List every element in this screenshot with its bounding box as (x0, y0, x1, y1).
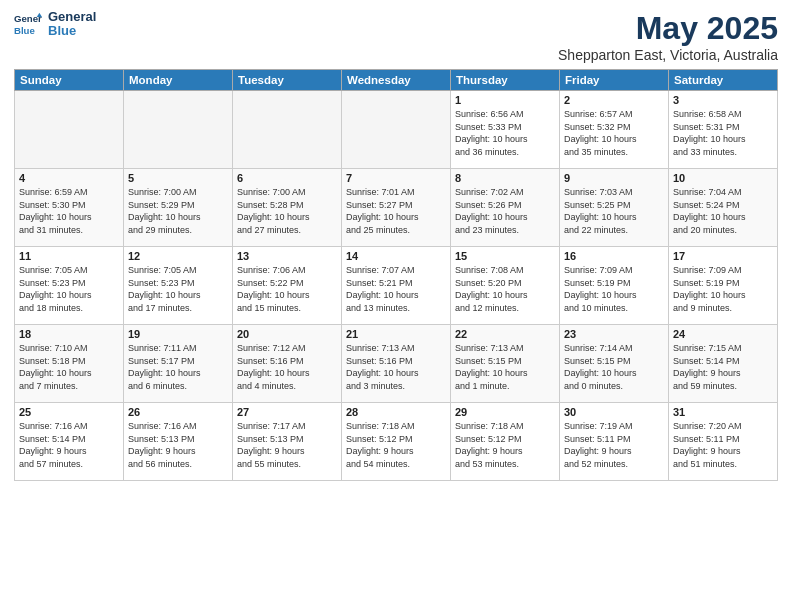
calendar-table: SundayMondayTuesdayWednesdayThursdayFrid… (14, 69, 778, 481)
day-number: 25 (19, 406, 119, 418)
logo-text-general: General (48, 10, 96, 24)
day-info: Sunrise: 7:20 AM Sunset: 5:11 PM Dayligh… (673, 420, 773, 470)
day-number: 22 (455, 328, 555, 340)
day-number: 14 (346, 250, 446, 262)
day-number: 8 (455, 172, 555, 184)
calendar-cell (124, 91, 233, 169)
day-info: Sunrise: 7:18 AM Sunset: 5:12 PM Dayligh… (346, 420, 446, 470)
day-info: Sunrise: 7:07 AM Sunset: 5:21 PM Dayligh… (346, 264, 446, 314)
calendar-cell (342, 91, 451, 169)
day-number: 19 (128, 328, 228, 340)
calendar-header-row: SundayMondayTuesdayWednesdayThursdayFrid… (15, 70, 778, 91)
calendar-cell: 12Sunrise: 7:05 AM Sunset: 5:23 PM Dayli… (124, 247, 233, 325)
col-header-saturday: Saturday (669, 70, 778, 91)
day-info: Sunrise: 6:58 AM Sunset: 5:31 PM Dayligh… (673, 108, 773, 158)
calendar-cell: 17Sunrise: 7:09 AM Sunset: 5:19 PM Dayli… (669, 247, 778, 325)
day-number: 12 (128, 250, 228, 262)
title-block: May 2025 Shepparton East, Victoria, Aust… (558, 10, 778, 63)
day-number: 3 (673, 94, 773, 106)
day-number: 10 (673, 172, 773, 184)
day-info: Sunrise: 7:05 AM Sunset: 5:23 PM Dayligh… (128, 264, 228, 314)
day-number: 13 (237, 250, 337, 262)
day-number: 4 (19, 172, 119, 184)
calendar-cell: 10Sunrise: 7:04 AM Sunset: 5:24 PM Dayli… (669, 169, 778, 247)
logo-icon: General Blue (14, 10, 42, 38)
week-row-2: 4Sunrise: 6:59 AM Sunset: 5:30 PM Daylig… (15, 169, 778, 247)
day-number: 9 (564, 172, 664, 184)
day-info: Sunrise: 7:05 AM Sunset: 5:23 PM Dayligh… (19, 264, 119, 314)
main-title: May 2025 (558, 10, 778, 47)
day-number: 27 (237, 406, 337, 418)
calendar-cell: 29Sunrise: 7:18 AM Sunset: 5:12 PM Dayli… (451, 403, 560, 481)
day-info: Sunrise: 7:16 AM Sunset: 5:14 PM Dayligh… (19, 420, 119, 470)
week-row-3: 11Sunrise: 7:05 AM Sunset: 5:23 PM Dayli… (15, 247, 778, 325)
subtitle: Shepparton East, Victoria, Australia (558, 47, 778, 63)
logo-text-blue: Blue (48, 24, 96, 38)
col-header-sunday: Sunday (15, 70, 124, 91)
day-number: 5 (128, 172, 228, 184)
calendar-cell: 30Sunrise: 7:19 AM Sunset: 5:11 PM Dayli… (560, 403, 669, 481)
svg-text:General: General (14, 14, 42, 25)
calendar-cell: 5Sunrise: 7:00 AM Sunset: 5:29 PM Daylig… (124, 169, 233, 247)
day-number: 1 (455, 94, 555, 106)
day-info: Sunrise: 7:08 AM Sunset: 5:20 PM Dayligh… (455, 264, 555, 314)
calendar-cell: 22Sunrise: 7:13 AM Sunset: 5:15 PM Dayli… (451, 325, 560, 403)
calendar-cell: 11Sunrise: 7:05 AM Sunset: 5:23 PM Dayli… (15, 247, 124, 325)
calendar-cell: 16Sunrise: 7:09 AM Sunset: 5:19 PM Dayli… (560, 247, 669, 325)
calendar-cell: 14Sunrise: 7:07 AM Sunset: 5:21 PM Dayli… (342, 247, 451, 325)
day-number: 17 (673, 250, 773, 262)
week-row-5: 25Sunrise: 7:16 AM Sunset: 5:14 PM Dayli… (15, 403, 778, 481)
day-info: Sunrise: 7:02 AM Sunset: 5:26 PM Dayligh… (455, 186, 555, 236)
day-number: 29 (455, 406, 555, 418)
day-info: Sunrise: 6:59 AM Sunset: 5:30 PM Dayligh… (19, 186, 119, 236)
week-row-4: 18Sunrise: 7:10 AM Sunset: 5:18 PM Dayli… (15, 325, 778, 403)
calendar-cell: 6Sunrise: 7:00 AM Sunset: 5:28 PM Daylig… (233, 169, 342, 247)
day-info: Sunrise: 7:01 AM Sunset: 5:27 PM Dayligh… (346, 186, 446, 236)
calendar-cell: 21Sunrise: 7:13 AM Sunset: 5:16 PM Dayli… (342, 325, 451, 403)
day-info: Sunrise: 7:06 AM Sunset: 5:22 PM Dayligh… (237, 264, 337, 314)
calendar-cell (15, 91, 124, 169)
col-header-wednesday: Wednesday (342, 70, 451, 91)
day-number: 7 (346, 172, 446, 184)
day-number: 28 (346, 406, 446, 418)
calendar-cell: 15Sunrise: 7:08 AM Sunset: 5:20 PM Dayli… (451, 247, 560, 325)
col-header-tuesday: Tuesday (233, 70, 342, 91)
day-info: Sunrise: 7:19 AM Sunset: 5:11 PM Dayligh… (564, 420, 664, 470)
day-info: Sunrise: 7:09 AM Sunset: 5:19 PM Dayligh… (564, 264, 664, 314)
day-info: Sunrise: 7:15 AM Sunset: 5:14 PM Dayligh… (673, 342, 773, 392)
calendar-cell: 4Sunrise: 6:59 AM Sunset: 5:30 PM Daylig… (15, 169, 124, 247)
calendar-cell: 1Sunrise: 6:56 AM Sunset: 5:33 PM Daylig… (451, 91, 560, 169)
calendar-cell: 7Sunrise: 7:01 AM Sunset: 5:27 PM Daylig… (342, 169, 451, 247)
day-info: Sunrise: 7:00 AM Sunset: 5:29 PM Dayligh… (128, 186, 228, 236)
calendar-cell: 8Sunrise: 7:02 AM Sunset: 5:26 PM Daylig… (451, 169, 560, 247)
day-number: 6 (237, 172, 337, 184)
day-info: Sunrise: 7:04 AM Sunset: 5:24 PM Dayligh… (673, 186, 773, 236)
day-info: Sunrise: 7:03 AM Sunset: 5:25 PM Dayligh… (564, 186, 664, 236)
calendar-cell: 25Sunrise: 7:16 AM Sunset: 5:14 PM Dayli… (15, 403, 124, 481)
day-number: 26 (128, 406, 228, 418)
svg-text:Blue: Blue (14, 25, 35, 36)
page: General Blue General Blue May 2025 Shepp… (0, 0, 792, 612)
day-info: Sunrise: 7:09 AM Sunset: 5:19 PM Dayligh… (673, 264, 773, 314)
day-info: Sunrise: 7:13 AM Sunset: 5:15 PM Dayligh… (455, 342, 555, 392)
col-header-thursday: Thursday (451, 70, 560, 91)
day-info: Sunrise: 7:12 AM Sunset: 5:16 PM Dayligh… (237, 342, 337, 392)
calendar-cell: 31Sunrise: 7:20 AM Sunset: 5:11 PM Dayli… (669, 403, 778, 481)
day-number: 11 (19, 250, 119, 262)
day-info: Sunrise: 7:16 AM Sunset: 5:13 PM Dayligh… (128, 420, 228, 470)
day-info: Sunrise: 7:11 AM Sunset: 5:17 PM Dayligh… (128, 342, 228, 392)
calendar-cell: 26Sunrise: 7:16 AM Sunset: 5:13 PM Dayli… (124, 403, 233, 481)
day-info: Sunrise: 7:00 AM Sunset: 5:28 PM Dayligh… (237, 186, 337, 236)
day-number: 24 (673, 328, 773, 340)
header: General Blue General Blue May 2025 Shepp… (14, 10, 778, 63)
day-number: 20 (237, 328, 337, 340)
day-number: 2 (564, 94, 664, 106)
calendar-cell: 9Sunrise: 7:03 AM Sunset: 5:25 PM Daylig… (560, 169, 669, 247)
col-header-friday: Friday (560, 70, 669, 91)
calendar-cell: 13Sunrise: 7:06 AM Sunset: 5:22 PM Dayli… (233, 247, 342, 325)
calendar-cell: 2Sunrise: 6:57 AM Sunset: 5:32 PM Daylig… (560, 91, 669, 169)
day-number: 21 (346, 328, 446, 340)
calendar-cell: 18Sunrise: 7:10 AM Sunset: 5:18 PM Dayli… (15, 325, 124, 403)
day-info: Sunrise: 7:17 AM Sunset: 5:13 PM Dayligh… (237, 420, 337, 470)
day-info: Sunrise: 7:14 AM Sunset: 5:15 PM Dayligh… (564, 342, 664, 392)
